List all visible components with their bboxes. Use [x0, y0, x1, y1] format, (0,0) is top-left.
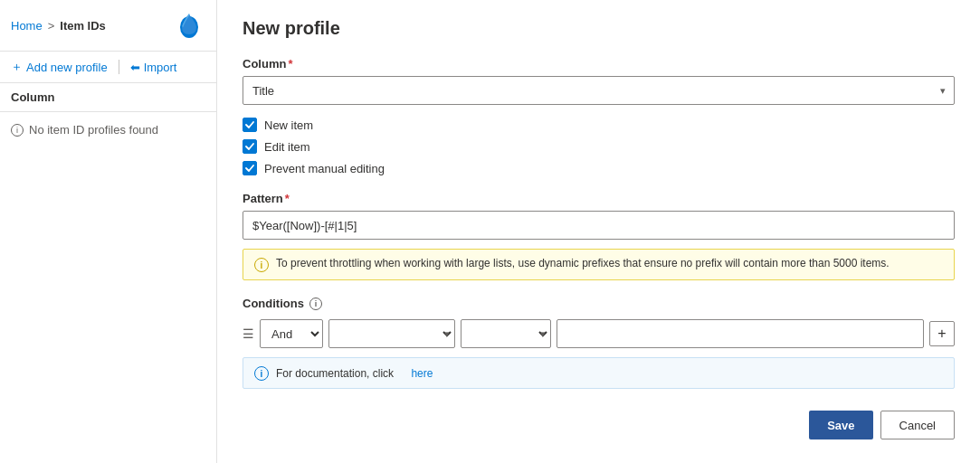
column-select-wrapper: Title ID Modified Created ▾: [243, 76, 955, 105]
prevent-manual-checkbox[interactable]: [243, 161, 257, 175]
cancel-button[interactable]: Cancel: [880, 411, 955, 439]
sidebar-column-header: Column: [0, 83, 216, 112]
condition-value-input[interactable]: [557, 319, 924, 348]
condition-col-wrapper: ▾: [328, 319, 455, 348]
form-actions: Save Cancel: [243, 407, 955, 439]
conditions-info-icon[interactable]: i: [309, 298, 322, 310]
info-circle-icon: i: [11, 124, 24, 137]
doc-info-icon: i: [254, 366, 269, 381]
new-item-checkbox-row[interactable]: New item: [243, 118, 955, 132]
sidebar: Home > Item IDs ＋ Add new profile ⬅ Impo…: [0, 0, 217, 463]
prevent-manual-checkbox-row[interactable]: Prevent manual editing: [243, 161, 955, 175]
action-divider: [119, 60, 119, 74]
save-button[interactable]: Save: [809, 411, 872, 439]
sidebar-header: Home > Item IDs: [0, 0, 216, 52]
new-item-checkbox[interactable]: [243, 118, 257, 132]
and-or-select[interactable]: And Or: [260, 319, 323, 348]
prevent-manual-label: Prevent manual editing: [264, 162, 385, 175]
column-select[interactable]: Title ID Modified Created: [243, 76, 955, 105]
conditions-label: Conditions i: [243, 297, 955, 310]
doc-here-link[interactable]: here: [411, 367, 433, 380]
new-item-label: New item: [264, 118, 313, 132]
plus-icon: ＋: [11, 59, 23, 75]
column-field-label: Column*: [243, 57, 955, 71]
edit-item-label: Edit item: [264, 140, 310, 154]
add-condition-button[interactable]: +: [929, 321, 955, 346]
doc-prefix-text: For documentation, click: [276, 367, 394, 380]
breadcrumb-current: Item IDs: [60, 19, 106, 33]
sidebar-actions: ＋ Add new profile ⬅ Import: [0, 52, 216, 83]
doc-banner: i For documentation, click here: [243, 357, 955, 389]
condition-column-select[interactable]: [328, 319, 455, 348]
info-banner-text: To prevent throttling when working with …: [276, 257, 890, 269]
main-content: New profile Column* Title ID Modified Cr…: [217, 0, 980, 463]
required-star: *: [288, 57, 292, 71]
page-title: New profile: [243, 18, 955, 39]
app-logo: [173, 9, 205, 42]
pattern-required-star: *: [285, 192, 290, 205]
edit-item-checkbox[interactable]: [243, 139, 257, 154]
warning-icon: i: [254, 258, 269, 272]
conditions-row: ☰ And Or ▾ ▾ +: [243, 319, 955, 348]
info-banner: i To prevent throttling when working wit…: [243, 249, 955, 280]
add-new-profile-button[interactable]: ＋ Add new profile: [11, 59, 108, 75]
sidebar-empty-state: i No item ID profiles found: [0, 112, 216, 147]
edit-item-checkbox-row[interactable]: Edit item: [243, 139, 955, 154]
drag-handle-icon[interactable]: ☰: [243, 326, 254, 341]
breadcrumb-separator: >: [48, 19, 55, 33]
breadcrumb-home[interactable]: Home: [11, 19, 43, 33]
import-icon: ⬅: [130, 61, 140, 74]
new-profile-form: New profile Column* Title ID Modified Cr…: [243, 18, 955, 439]
condition-op-wrapper: ▾: [461, 319, 551, 348]
condition-operator-select[interactable]: [461, 319, 551, 348]
pattern-field-label: Pattern*: [243, 192, 955, 205]
checkboxes-group: New item Edit item Prevent manual editin…: [243, 118, 955, 175]
pattern-input[interactable]: [243, 211, 955, 240]
import-button[interactable]: ⬅ Import: [130, 61, 177, 74]
